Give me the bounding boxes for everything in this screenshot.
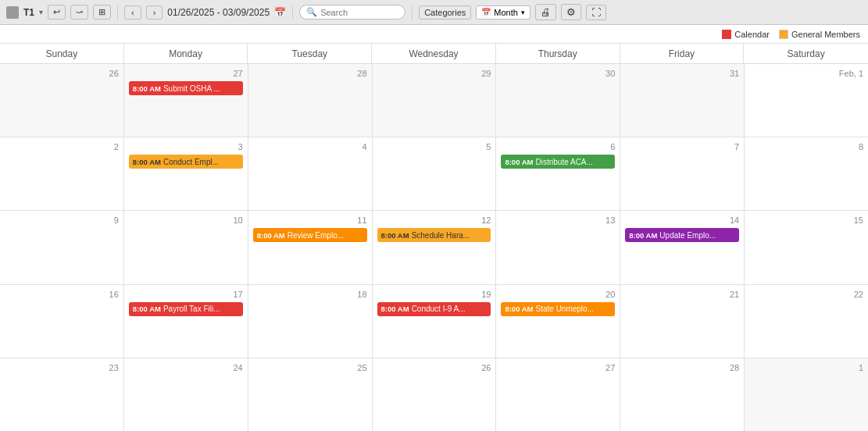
calendar-event[interactable]: 8:00 AMConduct I-9 A... <box>377 302 491 316</box>
cell-number: 5 <box>377 141 491 153</box>
day-headers: SundayMondayTuesdayWednesdayThursdayFrid… <box>0 44 868 64</box>
cal-cell[interactable]: 26 <box>373 358 496 431</box>
calendar-event[interactable]: 8:00 AMDistribute ACA... <box>501 155 615 169</box>
calendar-event[interactable]: 8:00 AMSchedule Hara... <box>377 228 491 242</box>
cal-cell[interactable]: 9 <box>0 211 123 283</box>
cal-cell[interactable]: 68:00 AMDistribute ACA... <box>496 137 620 210</box>
cell-number: Feb, 1 <box>749 67 863 80</box>
view-select[interactable]: 📅 Month ▾ <box>476 5 530 20</box>
cell-number: 18 <box>253 288 367 301</box>
cell-number: 22 <box>749 288 863 301</box>
cal-cell[interactable]: 198:00 AMConduct I-9 A... <box>373 285 496 358</box>
view-toggle-button[interactable]: ⊞ <box>93 5 111 20</box>
cal-cell[interactable]: 178:00 AMPayroll Tax Fili... <box>124 285 248 358</box>
cal-cell[interactable]: 27 <box>496 358 620 431</box>
search-input[interactable] <box>320 8 398 17</box>
cal-cell[interactable]: 23 <box>0 358 123 431</box>
cal-cell[interactable]: 24 <box>124 358 248 431</box>
calendar-event[interactable]: 8:00 AMConduct Empl... <box>129 155 243 169</box>
cal-cell[interactable]: 13 <box>496 211 620 283</box>
cal-cell[interactable]: 16 <box>0 285 123 358</box>
event-time: 8:00 AM <box>629 231 657 240</box>
next-button[interactable]: › <box>146 5 163 20</box>
cal-cell[interactable]: 148:00 AMUpdate Emplo... <box>620 211 744 283</box>
cal-cell[interactable]: 208:00 AMState Unmeplo... <box>496 285 620 358</box>
event-label: Payroll Tax Fili... <box>163 305 220 313</box>
cell-number: 27 <box>501 362 615 374</box>
day-header-sunday: Sunday <box>0 44 124 64</box>
cal-cell[interactable]: 22 <box>745 285 868 358</box>
separator2 <box>292 5 293 20</box>
cal-cell[interactable]: 15 <box>745 211 868 283</box>
cal-cell[interactable]: 7 <box>620 137 744 210</box>
cal-cell[interactable]: 30 <box>496 64 620 137</box>
cell-number: 27 <box>129 67 243 80</box>
cal-cell[interactable]: 25 <box>248 358 372 431</box>
cal-cell[interactable]: 18 <box>248 285 372 358</box>
cell-number: 29 <box>377 67 491 80</box>
cell-number: 21 <box>625 288 739 301</box>
event-time: 8:00 AM <box>257 231 285 240</box>
print-button[interactable]: 🖨 <box>535 4 556 20</box>
calendar-legend-label: Calendar <box>734 30 770 39</box>
cell-number: 6 <box>501 141 615 153</box>
redo-button[interactable]: ⤻ <box>70 5 88 20</box>
day-header-wednesday: Wednesday <box>372 44 496 64</box>
cell-number: 31 <box>625 67 739 80</box>
cell-number: 12 <box>377 214 491 226</box>
separator3 <box>412 5 413 20</box>
date-range: 01/26/2025 - 03/09/2025 <box>167 7 270 18</box>
cell-number: 24 <box>129 362 243 374</box>
cal-cell[interactable]: 128:00 AMSchedule Hara... <box>373 211 496 283</box>
cal-cell[interactable]: Feb, 1 <box>745 64 868 137</box>
title-chevron: ▾ <box>39 8 43 16</box>
cal-cell[interactable]: 26 <box>0 64 123 137</box>
search-box[interactable]: 🔍 <box>299 5 405 20</box>
cal-cell[interactable]: 2 <box>0 137 123 210</box>
fullscreen-button[interactable]: ⛶ <box>586 5 606 20</box>
cal-cell[interactable]: 28 <box>248 64 372 137</box>
event-label: Conduct I-9 A... <box>412 305 466 313</box>
event-time: 8:00 AM <box>133 305 161 313</box>
calendar-legend-color <box>722 30 731 39</box>
cal-cell[interactable]: 29 <box>373 64 496 137</box>
cell-number: 8 <box>749 141 863 153</box>
categories-button[interactable]: Categories <box>419 5 471 20</box>
calendar-event[interactable]: 8:00 AMState Unmeplo... <box>501 302 615 316</box>
cal-cell[interactable]: 5 <box>373 137 496 210</box>
undo-button[interactable]: ↩ <box>48 5 66 20</box>
calendar-legend-item: Calendar <box>722 30 770 39</box>
general-members-legend-color <box>779 30 788 39</box>
app-icon <box>6 6 19 19</box>
cal-cell[interactable]: 21 <box>620 285 744 358</box>
cell-number: 16 <box>5 288 119 301</box>
cal-cell[interactable]: 118:00 AMReview Emplo... <box>248 211 372 283</box>
day-header-tuesday: Tuesday <box>248 44 372 64</box>
cal-cell[interactable]: 1 <box>745 358 868 431</box>
calendar-event[interactable]: 8:00 AMPayroll Tax Fili... <box>129 302 243 316</box>
prev-button[interactable]: ‹ <box>124 5 141 20</box>
calendar-event[interactable]: 8:00 AMReview Emplo... <box>253 228 367 242</box>
event-label: State Unmeplo... <box>536 305 594 313</box>
event-time: 8:00 AM <box>133 84 161 93</box>
cell-number: 30 <box>501 67 615 80</box>
event-time: 8:00 AM <box>133 158 161 166</box>
cal-cell[interactable]: 4 <box>248 137 372 210</box>
cal-cell[interactable]: 278:00 AMSubmit OSHA ... <box>124 64 248 137</box>
cal-cell[interactable]: 28 <box>620 358 744 431</box>
event-time: 8:00 AM <box>505 305 533 313</box>
cal-cell[interactable]: 8 <box>745 137 868 210</box>
event-label: Conduct Empl... <box>163 158 219 166</box>
settings-button[interactable]: ⚙ <box>561 4 581 20</box>
calendar-small-icon: 📅 <box>481 8 491 16</box>
cell-number: 17 <box>129 288 243 301</box>
cell-number: 28 <box>625 362 739 374</box>
calendar-event[interactable]: 8:00 AMSubmit OSHA ... <box>129 81 243 95</box>
calendar-event[interactable]: 8:00 AMUpdate Emplo... <box>625 228 739 242</box>
event-label: Review Emplo... <box>288 231 344 240</box>
cal-cell[interactable]: 31 <box>620 64 744 137</box>
cell-number: 14 <box>625 214 739 226</box>
cal-cell[interactable]: 38:00 AMConduct Empl... <box>124 137 248 210</box>
cal-cell[interactable]: 10 <box>124 211 248 283</box>
cell-number: 20 <box>501 288 615 301</box>
